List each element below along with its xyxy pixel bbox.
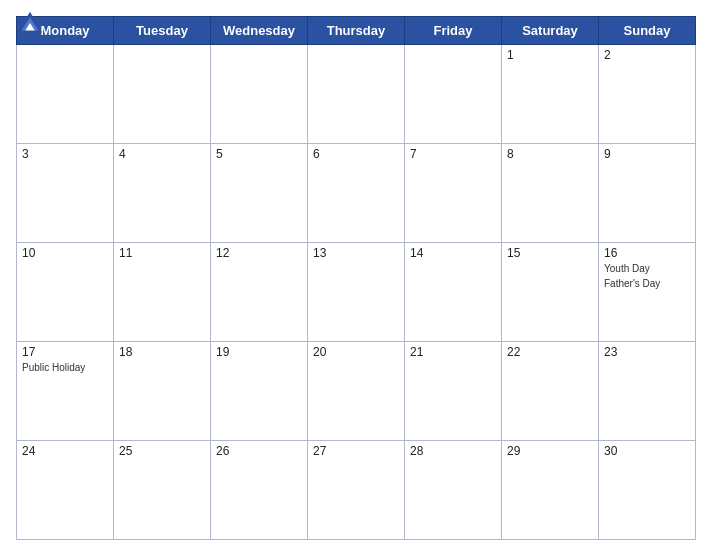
weekday-header-tuesday: Tuesday [114, 17, 211, 45]
calendar-table: MondayTuesdayWednesdayThursdayFridaySatu… [16, 16, 696, 540]
calendar-cell: 4 [114, 144, 211, 243]
day-number: 2 [604, 48, 690, 62]
calendar-cell: 2 [599, 45, 696, 144]
calendar-cell: 28 [405, 441, 502, 540]
calendar-cell: 21 [405, 342, 502, 441]
weekday-header-row: MondayTuesdayWednesdayThursdayFridaySatu… [17, 17, 696, 45]
day-number: 24 [22, 444, 108, 458]
day-number: 14 [410, 246, 496, 260]
calendar-cell: 17Public Holiday [17, 342, 114, 441]
day-number: 6 [313, 147, 399, 161]
day-number: 26 [216, 444, 302, 458]
day-number: 10 [22, 246, 108, 260]
calendar-cell: 18 [114, 342, 211, 441]
logo-icon [16, 10, 44, 38]
calendar-cell: 30 [599, 441, 696, 540]
event-label: Youth Day [604, 262, 690, 275]
calendar-week-row: 12 [17, 45, 696, 144]
day-number: 22 [507, 345, 593, 359]
weekday-header-saturday: Saturday [502, 17, 599, 45]
event-label: Public Holiday [22, 361, 108, 374]
day-number: 19 [216, 345, 302, 359]
calendar-thead: MondayTuesdayWednesdayThursdayFridaySatu… [17, 17, 696, 45]
day-number: 28 [410, 444, 496, 458]
calendar-cell: 7 [405, 144, 502, 243]
day-number: 20 [313, 345, 399, 359]
day-number: 17 [22, 345, 108, 359]
calendar-cell: 27 [308, 441, 405, 540]
day-number: 30 [604, 444, 690, 458]
day-number: 4 [119, 147, 205, 161]
calendar-cell: 12 [211, 243, 308, 342]
day-number: 29 [507, 444, 593, 458]
event-label: Father's Day [604, 277, 690, 290]
calendar-week-row: 24252627282930 [17, 441, 696, 540]
day-number: 7 [410, 147, 496, 161]
calendar-cell: 10 [17, 243, 114, 342]
day-number: 25 [119, 444, 205, 458]
calendar-cell: 29 [502, 441, 599, 540]
weekday-header-wednesday: Wednesday [211, 17, 308, 45]
day-number: 3 [22, 147, 108, 161]
calendar-wrapper: MondayTuesdayWednesdayThursdayFridaySatu… [0, 0, 712, 550]
day-number: 9 [604, 147, 690, 161]
calendar-cell: 19 [211, 342, 308, 441]
weekday-header-thursday: Thursday [308, 17, 405, 45]
calendar-cell [308, 45, 405, 144]
calendar-cell: 24 [17, 441, 114, 540]
calendar-cell: 15 [502, 243, 599, 342]
calendar-cell [17, 45, 114, 144]
calendar-cell: 23 [599, 342, 696, 441]
weekday-header-sunday: Sunday [599, 17, 696, 45]
calendar-cell: 6 [308, 144, 405, 243]
day-number: 18 [119, 345, 205, 359]
day-number: 12 [216, 246, 302, 260]
day-number: 21 [410, 345, 496, 359]
day-number: 27 [313, 444, 399, 458]
calendar-cell: 1 [502, 45, 599, 144]
calendar-cell: 11 [114, 243, 211, 342]
day-number: 1 [507, 48, 593, 62]
calendar-cell: 5 [211, 144, 308, 243]
calendar-cell: 25 [114, 441, 211, 540]
calendar-cell [114, 45, 211, 144]
calendar-cell: 8 [502, 144, 599, 243]
calendar-cell [211, 45, 308, 144]
day-number: 23 [604, 345, 690, 359]
calendar-cell [405, 45, 502, 144]
calendar-cell: 3 [17, 144, 114, 243]
calendar-cell: 20 [308, 342, 405, 441]
calendar-week-row: 10111213141516Youth DayFather's Day [17, 243, 696, 342]
day-number: 5 [216, 147, 302, 161]
calendar-cell: 22 [502, 342, 599, 441]
day-number: 11 [119, 246, 205, 260]
day-number: 16 [604, 246, 690, 260]
calendar-cell: 26 [211, 441, 308, 540]
calendar-cell: 13 [308, 243, 405, 342]
day-number: 13 [313, 246, 399, 260]
calendar-cell: 9 [599, 144, 696, 243]
calendar-tbody: 12345678910111213141516Youth DayFather's… [17, 45, 696, 540]
calendar-cell: 14 [405, 243, 502, 342]
calendar-week-row: 17Public Holiday181920212223 [17, 342, 696, 441]
calendar-week-row: 3456789 [17, 144, 696, 243]
weekday-header-friday: Friday [405, 17, 502, 45]
calendar-cell: 16Youth DayFather's Day [599, 243, 696, 342]
day-number: 15 [507, 246, 593, 260]
day-number: 8 [507, 147, 593, 161]
logo [16, 10, 47, 38]
